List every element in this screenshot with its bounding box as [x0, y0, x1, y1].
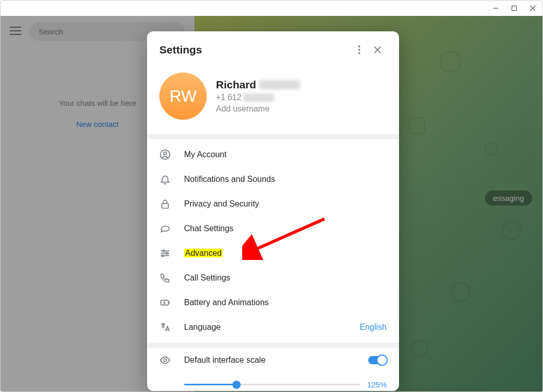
settings-title: Settings	[159, 44, 350, 56]
menu-item-call-settings[interactable]: Call Settings	[147, 266, 399, 290]
menu-item-chat-settings[interactable]: Chat Settings	[147, 216, 399, 241]
settings-modal: Settings RW Richard +1 612 Add username	[147, 31, 399, 391]
profile-text: Richard +1 612 Add username	[216, 79, 300, 114]
window-titlebar	[1, 1, 542, 16]
svg-point-19	[358, 49, 360, 51]
menu-item-notifications[interactable]: Notifications and Sounds	[147, 167, 399, 192]
highlighted-label: Advanced	[184, 249, 223, 257]
profile-block[interactable]: RW Richard +1 612 Add username	[147, 68, 399, 134]
app-window: Search Your chats will be here New conta…	[0, 0, 543, 392]
settings-header: Settings	[147, 31, 399, 68]
menu-item-my-account[interactable]: My Account	[147, 142, 399, 167]
menu-label: Notifications and Sounds	[184, 175, 387, 184]
redacted-phone	[243, 94, 274, 102]
divider	[147, 343, 399, 348]
slider-fill	[184, 384, 237, 385]
profile-name: Richard	[216, 79, 300, 91]
redacted-last-name	[259, 80, 300, 89]
menu-item-battery[interactable]: Battery and Animations	[147, 290, 399, 315]
profile-first-name: Richard	[216, 79, 256, 91]
svg-point-18	[358, 46, 360, 48]
menu-label: Chat Settings	[184, 224, 387, 233]
menu-label: Privacy and Security	[184, 199, 387, 209]
menu-item-language[interactable]: Language English	[147, 315, 399, 340]
language-icon	[159, 322, 171, 333]
menu-item-advanced[interactable]: Advanced	[147, 241, 399, 266]
phone-prefix: +1 612	[216, 93, 241, 102]
close-button[interactable]	[528, 4, 537, 13]
menu-value: English	[360, 323, 387, 332]
avatar: RW	[159, 72, 207, 120]
svg-point-20	[358, 52, 360, 54]
bell-icon	[159, 174, 171, 185]
svg-rect-25	[162, 203, 169, 208]
profile-phone: +1 612	[216, 93, 300, 102]
scale-label: Default interface scale	[184, 356, 355, 365]
menu-label: Battery and Animations	[184, 298, 387, 307]
battery-icon	[159, 297, 171, 308]
phone-icon	[159, 272, 171, 284]
scale-value: 125%	[367, 380, 387, 389]
sliders-icon	[159, 248, 171, 259]
minimize-button[interactable]	[491, 4, 500, 13]
maximize-button[interactable]	[510, 4, 519, 13]
menu-label: Language	[184, 323, 347, 332]
svg-point-31	[162, 255, 164, 257]
svg-rect-1	[512, 6, 517, 11]
scale-toggle[interactable]	[368, 356, 387, 364]
menu-label: Call Settings	[184, 273, 387, 283]
scale-slider-row: 125%	[159, 380, 387, 389]
interface-scale-section: Default interface scale 125%	[147, 348, 399, 389]
svg-point-29	[166, 252, 168, 254]
close-icon[interactable]	[368, 41, 387, 59]
svg-point-24	[164, 152, 167, 155]
add-username-link[interactable]: Add username	[216, 104, 300, 114]
menu-item-privacy[interactable]: Privacy and Security	[147, 192, 399, 216]
menu-label: Advanced	[184, 249, 387, 258]
menu-label: My Account	[184, 150, 387, 159]
divider	[147, 134, 399, 139]
more-icon[interactable]	[350, 41, 368, 59]
scale-slider[interactable]	[184, 384, 360, 385]
eye-icon	[159, 354, 171, 366]
lock-icon	[159, 198, 171, 210]
slider-thumb[interactable]	[232, 381, 241, 389]
scale-header: Default interface scale	[159, 354, 387, 366]
svg-point-34	[164, 359, 167, 362]
settings-menu: My Account Notifications and Sounds Priv…	[147, 139, 399, 343]
svg-point-27	[162, 250, 165, 252]
chat-icon	[159, 223, 171, 234]
account-icon	[159, 149, 171, 160]
